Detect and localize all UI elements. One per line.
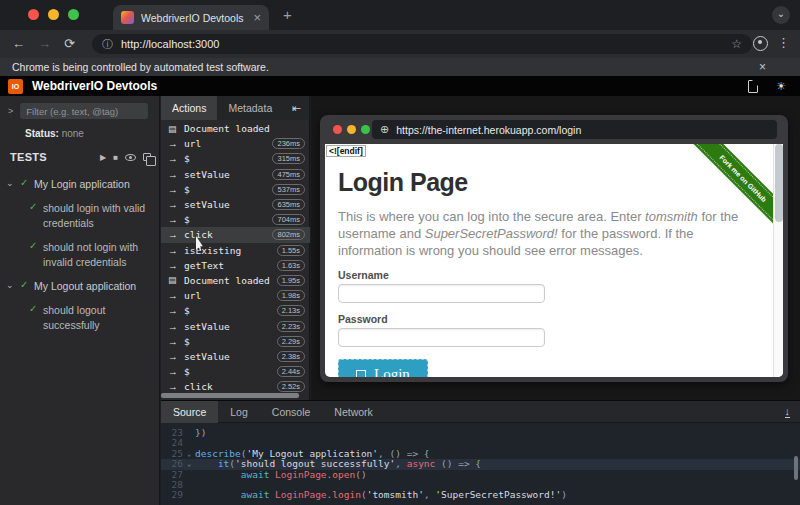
download-icon[interactable]: ↓ <box>785 406 791 418</box>
actions-list: ▤Document loaded→url236ms→$315ms→setValu… <box>161 121 310 394</box>
suite-label: My Login application <box>34 177 130 192</box>
embedded-close-button[interactable] <box>333 125 342 134</box>
tab-console[interactable]: Console <box>260 401 323 423</box>
code-editor[interactable]: 23})2425⌄describe('My Logout application… <box>161 424 800 505</box>
action-row[interactable]: ▤Document loaded1.95s <box>161 273 310 288</box>
action-row[interactable]: →isExisting1.55s <box>161 243 310 258</box>
token: }) <box>195 427 206 438</box>
tab-search-chevron-icon[interactable]: ⌄ <box>772 6 790 24</box>
tab-metadata[interactable]: Metadata <box>217 96 283 120</box>
copy-icon[interactable] <box>143 153 151 161</box>
banner-close-icon[interactable]: × <box>759 60 766 74</box>
action-row[interactable]: →click802ms <box>161 227 310 242</box>
action-row[interactable]: →setValue2.23s <box>161 318 310 333</box>
scrollbar-thumb[interactable] <box>161 393 299 398</box>
action-row[interactable]: →getText1.63s <box>161 258 310 273</box>
tree-item-test[interactable]: ✓should login with valid credentials <box>0 201 159 231</box>
action-row[interactable]: →setValue2.38s <box>161 349 310 364</box>
watch-icon[interactable] <box>125 154 136 161</box>
chevron-down-icon[interactable]: ⌄ <box>6 178 20 188</box>
token <box>195 458 218 469</box>
action-row[interactable]: →setValue635ms <box>161 197 310 212</box>
action-label: setValue <box>184 199 272 210</box>
token: () <box>355 469 366 480</box>
action-row[interactable]: →url236ms <box>161 136 310 151</box>
actions-hscrollbar[interactable] <box>161 393 310 398</box>
page-scrollbar-thumb[interactable] <box>775 144 783 222</box>
page-content: <![endif] Fork me on GitHub Login Page T… <box>325 144 783 377</box>
action-row[interactable]: ▤Document loaded <box>161 121 310 136</box>
tab-network[interactable]: Network <box>322 401 385 423</box>
report-icon[interactable] <box>748 80 758 93</box>
token: it <box>218 458 229 469</box>
tree-item-suite[interactable]: ⌄✓My Logout application <box>0 279 159 294</box>
document-icon: ▤ <box>168 275 184 285</box>
action-label: setValue <box>184 169 272 180</box>
action-row[interactable]: →$2.13s <box>161 303 310 318</box>
password-input[interactable] <box>338 328 545 347</box>
window-zoom-button[interactable] <box>68 9 79 20</box>
action-row[interactable]: →$537ms <box>161 182 310 197</box>
embedded-url-bar[interactable]: ⊕ https://the-internet.herokuapp.com/log… <box>372 120 777 139</box>
tab-title: WebdriverIO Devtools <box>141 12 249 24</box>
page-scrollbar[interactable] <box>773 144 783 377</box>
timing-badge: 1.63s <box>277 260 305 271</box>
bookmark-star-icon[interactable]: ☆ <box>731 37 742 51</box>
new-tab-button[interactable]: + <box>283 6 292 23</box>
automation-banner: Chrome is being controlled by automated … <box>0 58 800 76</box>
filter-input[interactable] <box>20 103 148 119</box>
back-icon[interactable]: ← <box>12 36 25 51</box>
tree-item-suite[interactable]: ⌄✓My Login application <box>0 177 159 192</box>
embedded-minimize-button[interactable] <box>347 125 356 134</box>
tree-item-test[interactable]: ✓should not login with invalid credentia… <box>0 240 159 270</box>
test-label: should not login with invalid credential… <box>43 240 147 270</box>
site-info-icon[interactable]: ⓘ <box>102 37 113 52</box>
action-row[interactable]: →$2.29s <box>161 334 310 349</box>
filter-row: > <box>0 96 159 119</box>
profile-icon[interactable] <box>753 36 768 51</box>
url-bar[interactable]: ⓘ http://localhost:3000 ☆ <box>92 34 752 54</box>
theme-toggle-icon[interactable]: ☀ <box>776 80 786 93</box>
line-number: 26 <box>161 459 183 469</box>
chevron-down-icon[interactable]: ⌄ <box>6 280 20 290</box>
embedded-zoom-button[interactable] <box>361 125 370 134</box>
browser-tab-strip: WebdriverIO Devtools × + ⌄ <box>0 0 800 30</box>
collapse-panel-icon[interactable]: ⇤ <box>292 102 301 115</box>
stop-tests-icon[interactable]: ■ <box>113 153 118 162</box>
arrow-right-icon: → <box>168 169 184 180</box>
timing-badge: 475ms <box>272 169 305 180</box>
tab-source[interactable]: Source <box>161 401 218 423</box>
paragraph-text: SuperSecretPassword! <box>425 226 558 241</box>
tab-log[interactable]: Log <box>218 401 260 423</box>
check-icon: ✓ <box>20 279 34 290</box>
run-tests-icon[interactable]: ▶ <box>100 153 106 162</box>
webdriverio-logo: IO <box>8 79 23 94</box>
login-button[interactable]: Login <box>338 359 428 377</box>
token: login <box>332 489 361 500</box>
action-row[interactable]: →$704ms <box>161 212 310 227</box>
action-row[interactable]: →url1.98s <box>161 288 310 303</box>
browser-menu-icon[interactable]: ⋮ <box>777 35 790 50</box>
check-icon: ✓ <box>29 201 43 212</box>
window-minimize-button[interactable] <box>48 9 59 20</box>
tab-close-icon[interactable]: × <box>253 11 261 24</box>
browser-tab[interactable]: WebdriverIO Devtools × <box>113 5 269 30</box>
fold-spacer <box>183 438 195 448</box>
actions-tab-bar: ActionsMetadata ⇤ <box>161 96 309 120</box>
action-row[interactable]: →setValue475ms <box>161 167 310 182</box>
tab-actions[interactable]: Actions <box>161 96 217 120</box>
timing-badge: 1.95s <box>277 275 305 286</box>
reload-icon[interactable]: ⟳ <box>64 36 75 51</box>
url-text[interactable]: http://localhost:3000 <box>121 38 731 50</box>
action-row[interactable]: →$2.44s <box>161 364 310 379</box>
forward-icon[interactable]: → <box>38 36 51 51</box>
fold-icon[interactable]: ⌄ <box>183 459 195 469</box>
editor-scrollbar-thumb[interactable] <box>794 456 798 480</box>
username-input[interactable] <box>338 284 545 303</box>
window-close-button[interactable] <box>28 9 39 20</box>
tree-item-test[interactable]: ✓should logout successfully <box>0 303 159 333</box>
sidebar-collapse-icon[interactable]: > <box>8 106 13 116</box>
fold-icon[interactable]: ⌄ <box>183 449 195 459</box>
action-row[interactable]: →$315ms <box>161 151 310 166</box>
arrow-right-icon: → <box>168 153 184 164</box>
